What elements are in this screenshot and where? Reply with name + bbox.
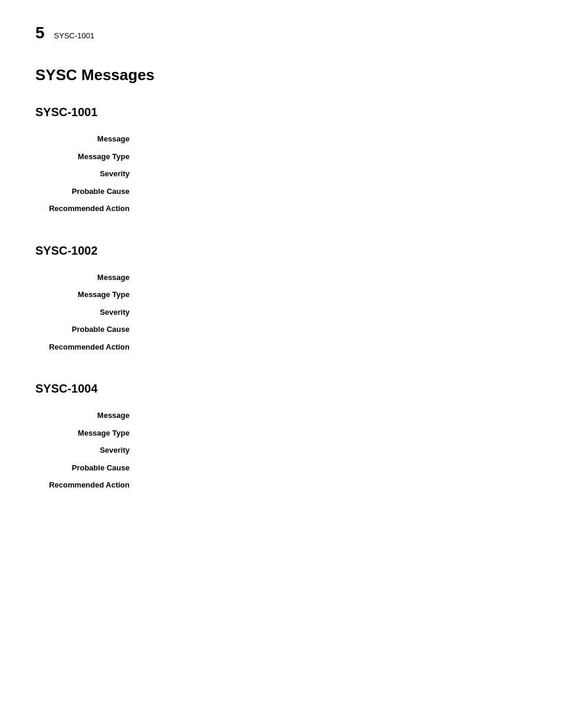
page-number: 5 bbox=[35, 24, 45, 42]
field-value-sysc-1001-2 bbox=[141, 168, 527, 180]
field-value-sysc-1001-3 bbox=[141, 186, 527, 197]
sections-container: SYSC-1001MessageMessage TypeSeverityProb… bbox=[35, 106, 527, 491]
section-sysc-1001: SYSC-1001MessageMessage TypeSeverityProb… bbox=[35, 106, 527, 215]
field-row-sysc-1001-0: Message bbox=[35, 133, 527, 145]
section-title-sysc-1004: SYSC-1004 bbox=[35, 382, 527, 396]
field-row-sysc-1004-2: Severity bbox=[35, 444, 527, 456]
field-row-sysc-1002-1: Message Type bbox=[35, 289, 527, 301]
field-value-sysc-1004-2 bbox=[141, 444, 527, 456]
field-value-sysc-1002-2 bbox=[141, 307, 527, 318]
field-row-sysc-1002-4: Recommended Action bbox=[35, 341, 527, 353]
field-row-sysc-1001-3: Probable Cause bbox=[35, 186, 527, 197]
field-label-sysc-1004-3: Probable Cause bbox=[35, 462, 141, 474]
field-label-sysc-1004-1: Message Type bbox=[35, 427, 141, 439]
field-value-sysc-1001-1 bbox=[141, 151, 527, 163]
field-row-sysc-1002-2: Severity bbox=[35, 307, 527, 318]
field-value-sysc-1002-4 bbox=[141, 341, 527, 353]
field-label-sysc-1004-2: Severity bbox=[35, 444, 141, 456]
field-label-sysc-1002-4: Recommended Action bbox=[35, 341, 141, 353]
field-row-sysc-1001-1: Message Type bbox=[35, 151, 527, 163]
field-value-sysc-1004-3 bbox=[141, 462, 527, 474]
field-row-sysc-1004-3: Probable Cause bbox=[35, 462, 527, 474]
page-container: 5 SYSC-1001 SYSC Messages SYSC-1001Messa… bbox=[0, 0, 562, 556]
field-row-sysc-1001-2: Severity bbox=[35, 168, 527, 180]
field-value-sysc-1004-0 bbox=[141, 410, 527, 421]
field-value-sysc-1001-0 bbox=[141, 133, 527, 145]
section-title-sysc-1001: SYSC-1001 bbox=[35, 106, 527, 119]
field-label-sysc-1001-4: Recommended Action bbox=[35, 203, 141, 215]
field-label-sysc-1004-0: Message bbox=[35, 410, 141, 421]
field-row-sysc-1004-1: Message Type bbox=[35, 427, 527, 439]
field-value-sysc-1002-0 bbox=[141, 272, 527, 284]
field-row-sysc-1004-0: Message bbox=[35, 410, 527, 421]
field-label-sysc-1002-2: Severity bbox=[35, 307, 141, 318]
section-title-sysc-1002: SYSC-1002 bbox=[35, 244, 527, 258]
page-title: SYSC Messages bbox=[35, 66, 527, 84]
field-row-sysc-1002-3: Probable Cause bbox=[35, 324, 527, 335]
field-row-sysc-1004-4: Recommended Action bbox=[35, 479, 527, 491]
page-header: 5 SYSC-1001 bbox=[35, 24, 527, 42]
field-value-sysc-1004-1 bbox=[141, 427, 527, 439]
field-label-sysc-1002-0: Message bbox=[35, 272, 141, 284]
field-label-sysc-1001-0: Message bbox=[35, 133, 141, 145]
field-value-sysc-1002-3 bbox=[141, 324, 527, 335]
field-label-sysc-1001-3: Probable Cause bbox=[35, 186, 141, 197]
field-label-sysc-1002-3: Probable Cause bbox=[35, 324, 141, 335]
page-id: SYSC-1001 bbox=[54, 31, 95, 40]
field-value-sysc-1001-4 bbox=[141, 203, 527, 215]
section-sysc-1002: SYSC-1002MessageMessage TypeSeverityProb… bbox=[35, 244, 527, 353]
field-label-sysc-1001-2: Severity bbox=[35, 168, 141, 180]
field-label-sysc-1004-4: Recommended Action bbox=[35, 479, 141, 491]
field-value-sysc-1002-1 bbox=[141, 289, 527, 301]
field-label-sysc-1002-1: Message Type bbox=[35, 289, 141, 301]
field-value-sysc-1004-4 bbox=[141, 479, 527, 491]
field-row-sysc-1002-0: Message bbox=[35, 272, 527, 284]
section-sysc-1004: SYSC-1004MessageMessage TypeSeverityProb… bbox=[35, 382, 527, 491]
field-row-sysc-1001-4: Recommended Action bbox=[35, 203, 527, 215]
field-label-sysc-1001-1: Message Type bbox=[35, 151, 141, 163]
